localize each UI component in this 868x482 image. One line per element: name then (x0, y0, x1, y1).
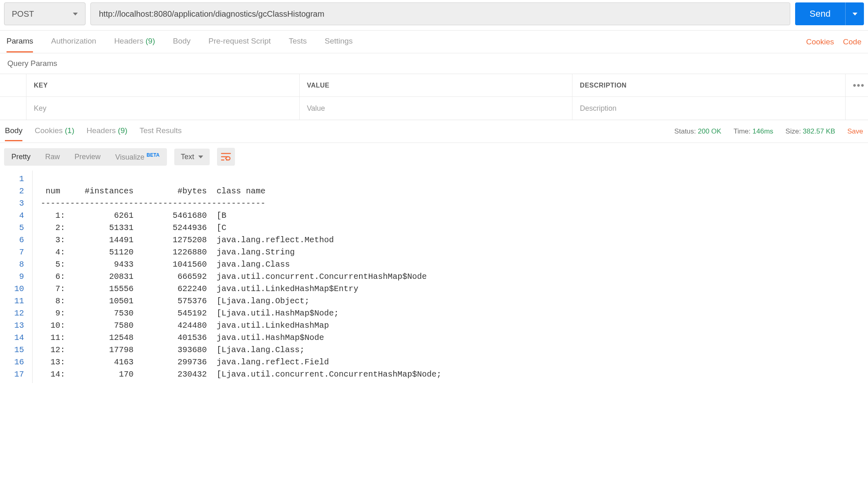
request-tab-body[interactable]: Body (173, 31, 191, 53)
request-tabs-row: ParamsAuthorizationHeaders (9)BodyPre-re… (0, 31, 868, 53)
time-value: 146ms (752, 127, 773, 135)
http-method-select[interactable]: POST (4, 2, 85, 25)
body-view-visualize[interactable]: Visualize BETA (108, 148, 167, 166)
query-params-desc-header: DESCRIPTION (572, 74, 845, 96)
request-tab-params[interactable]: Params (7, 31, 33, 53)
query-param-desc-input[interactable] (580, 104, 838, 113)
body-format-value: Text (181, 153, 194, 161)
code-line: 7: 15556 622240 java.util.LinkedHashMap$… (41, 283, 441, 295)
wrap-lines-button[interactable] (217, 148, 235, 166)
query-param-value-input[interactable] (307, 104, 565, 113)
line-number: 1 (0, 173, 24, 185)
size-label: Size: (785, 127, 801, 135)
query-params-key-header: KEY (26, 74, 299, 96)
code-line: 9: 7530 545192 [Ljava.util.HashMap$Node; (41, 307, 441, 320)
line-number: 14 (0, 332, 24, 344)
time-meta: Time: 146ms (734, 127, 774, 136)
response-tab-test-results[interactable]: Test Results (140, 121, 182, 141)
code-line: 1: 6261 5461680 [B (41, 210, 441, 222)
code-line: 6: 20831 666592 java.util.concurrent.Con… (41, 271, 441, 283)
query-params-checkbox-col (0, 74, 26, 96)
request-tabs: ParamsAuthorizationHeaders (9)BodyPre-re… (7, 31, 353, 53)
line-number: 7 (0, 246, 24, 259)
response-body-toolbar: PrettyRawPreviewVisualize BETA Text (0, 143, 868, 171)
body-view-pretty[interactable]: Pretty (4, 148, 38, 166)
time-label: Time: (734, 127, 751, 135)
query-params-checkbox-cell (0, 97, 26, 120)
code-line: num #instances #bytes class name (41, 185, 441, 197)
query-params-header-row: KEY VALUE DESCRIPTION ••• (0, 74, 868, 97)
line-number: 5 (0, 222, 24, 234)
line-number: 2 (0, 185, 24, 197)
line-number: 3 (0, 197, 24, 210)
request-tab-tests[interactable]: Tests (289, 31, 307, 53)
cookies-link[interactable]: Cookies (806, 37, 834, 46)
request-tab-headers[interactable]: Headers (9) (114, 31, 155, 53)
chevron-down-icon (198, 156, 203, 158)
code-line: 14: 170 230432 [Ljava.util.concurrent.Co… (41, 368, 441, 381)
request-bar: POST Send (0, 0, 868, 31)
tab-count: (9) (143, 37, 155, 45)
code-line (41, 173, 441, 185)
code-line: 11: 12548 401536 java.util.HashMap$Node (41, 332, 441, 344)
code-line: 12: 17798 393680 [Ljava.lang.Class; (41, 344, 441, 356)
request-tab-pre-request-script[interactable]: Pre-request Script (208, 31, 271, 53)
response-tabs: BodyCookies (1)Headers (9)Test Results (5, 121, 182, 141)
query-params-table: KEY VALUE DESCRIPTION ••• (0, 74, 868, 120)
line-number: 4 (0, 210, 24, 222)
query-params-more-header[interactable]: ••• (845, 74, 868, 96)
query-params-value-header: VALUE (299, 74, 572, 96)
body-view-preview[interactable]: Preview (67, 148, 108, 166)
query-param-key-input[interactable] (34, 104, 292, 113)
tab-count: (1) (63, 126, 75, 135)
request-right-links: Cookies Code (806, 37, 861, 46)
line-number: 11 (0, 295, 24, 307)
line-number: 16 (0, 356, 24, 368)
request-tab-settings[interactable]: Settings (325, 31, 353, 53)
request-url-input[interactable] (90, 2, 790, 25)
chevron-down-icon (73, 13, 78, 15)
send-button[interactable]: Send (795, 2, 845, 25)
size-value: 382.57 KB (803, 127, 835, 135)
response-tab-headers[interactable]: Headers (9) (86, 121, 127, 141)
send-button-group: Send (795, 2, 864, 25)
save-response-link[interactable]: Save (847, 127, 863, 136)
chevron-down-icon (853, 13, 857, 15)
body-view-raw[interactable]: Raw (38, 148, 67, 166)
line-number: 15 (0, 344, 24, 356)
response-body-code[interactable]: 1234567891011121314151617 num #instances… (0, 171, 868, 383)
line-number: 10 (0, 283, 24, 295)
size-meta: Size: 382.57 KB (785, 127, 835, 136)
beta-badge: BETA (145, 152, 160, 158)
code-line: 10: 7580 424480 java.util.LinkedHashMap (41, 320, 441, 332)
send-dropdown-button[interactable] (845, 2, 864, 25)
status-value: 200 OK (698, 127, 721, 135)
code-line: 3: 14491 1275208 java.lang.reflect.Metho… (41, 234, 441, 246)
http-method-value: POST (12, 9, 34, 19)
line-number: 6 (0, 234, 24, 246)
ellipsis-icon: ••• (853, 80, 861, 91)
response-meta: Status: 200 OK Time: 146ms Size: 382.57 … (674, 127, 863, 136)
request-tab-authorization[interactable]: Authorization (51, 31, 96, 53)
line-number: 17 (0, 368, 24, 381)
status-label: Status: (674, 127, 696, 135)
query-params-input-row (0, 97, 868, 120)
line-number: 8 (0, 259, 24, 271)
code-line: 5: 9433 1041560 java.lang.Class (41, 259, 441, 271)
query-params-more-cell (845, 97, 868, 120)
body-format-select[interactable]: Text (174, 149, 210, 165)
code-line: 4: 51120 1226880 java.lang.String (41, 246, 441, 259)
query-params-title: Query Params (0, 53, 868, 74)
response-body-text: num #instances #bytes class name--------… (33, 171, 441, 383)
response-tab-body[interactable]: Body (5, 121, 22, 141)
line-number: 12 (0, 307, 24, 320)
code-link[interactable]: Code (843, 37, 861, 46)
code-line: 2: 51331 5244936 [C (41, 222, 441, 234)
code-line: 13: 4163 299736 java.lang.reflect.Field (41, 356, 441, 368)
wrap-icon (221, 152, 231, 161)
tab-count: (9) (116, 126, 127, 135)
response-tab-cookies[interactable]: Cookies (1) (35, 121, 74, 141)
status-meta: Status: 200 OK (674, 127, 721, 136)
body-view-segmented: PrettyRawPreviewVisualize BETA (4, 148, 167, 166)
line-number: 9 (0, 271, 24, 283)
